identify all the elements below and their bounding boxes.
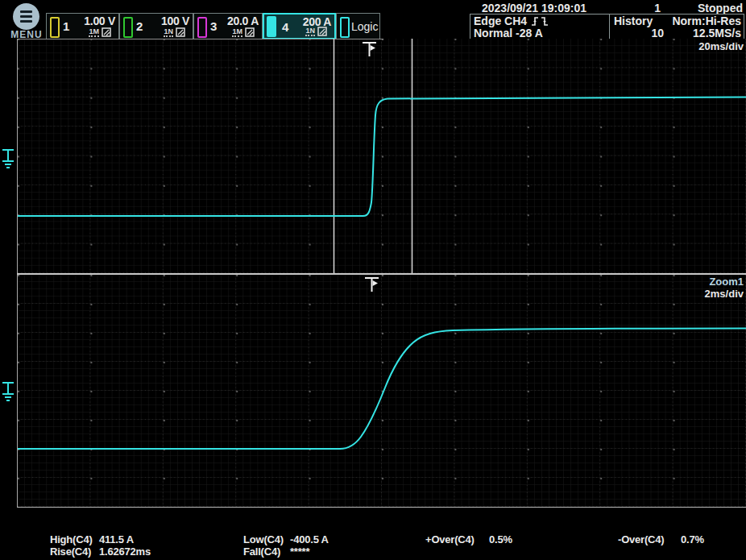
zoom-graticule <box>18 275 746 507</box>
channel-3-number: 3 <box>210 19 217 33</box>
meas-nover-value: 0.7% <box>681 533 704 545</box>
channel-1-box[interactable]: 1 1.00 V 1M <box>46 13 119 39</box>
ch4-ground-marker-icon[interactable] <box>1 147 15 173</box>
history-label[interactable]: History <box>614 15 653 27</box>
channel-3-box[interactable]: 3 20.0 A 1M <box>193 13 263 39</box>
probe-icon <box>245 27 255 37</box>
logic-label: Logic <box>351 20 378 33</box>
trigger-acquisition-box: Edge CH4 Normal -28 A History 10 Norm:Hi… <box>470 14 744 39</box>
trigger-settings[interactable]: Edge CH4 <box>474 15 549 27</box>
main-timebase: 20ms/div <box>698 40 744 52</box>
zoom-waveform-window[interactable] <box>17 275 746 508</box>
channel-3-color-icon <box>197 17 207 38</box>
channel-1-number: 1 <box>63 19 69 33</box>
meas-nover-label: -Over(C4) <box>618 533 664 545</box>
meas-pover-value: 0.5% <box>489 533 512 545</box>
meas-rise-value: 1.62672ms <box>99 545 151 558</box>
probe-icon <box>176 27 185 37</box>
trigger-level[interactable]: Normal -28 A <box>474 27 543 39</box>
probe-icon <box>102 27 111 37</box>
channel-1-color-icon <box>50 17 60 38</box>
meas-pover-label: +Over(C4) <box>425 533 475 545</box>
acquisition-count: 1 <box>654 2 661 15</box>
oscilloscope-screen: MENU 1 1.00 V 1M 2 100 V 1N <box>0 0 746 560</box>
channel-2-color-icon <box>123 17 133 38</box>
logic-color-icon <box>340 17 350 38</box>
zoom-window-label: Zoom1 <box>709 276 744 288</box>
channel-2-number: 2 <box>136 19 143 33</box>
ch4-zoom-ground-marker-icon[interactable] <box>1 380 15 406</box>
channel-4-number: 4 <box>282 20 288 34</box>
zoom-timebase: 2ms/div <box>705 288 744 300</box>
channel-3-scale: 20.0 A <box>227 15 259 27</box>
channel-2-scale: 100 V <box>161 15 189 27</box>
acquisition-mode[interactable]: Norm:Hi-Res <box>672 15 741 27</box>
main-graticule <box>18 39 746 273</box>
run-state[interactable]: Stopped <box>698 2 743 15</box>
datetime: 2023/09/21 19:09:01 <box>482 2 586 15</box>
channel-1-scale: 1.00 V <box>84 15 115 27</box>
sample-rate: 12.5MS/s <box>693 27 741 39</box>
meas-fall-value: ***** <box>290 545 309 558</box>
channel-3-impedance: 1M <box>232 28 242 37</box>
channel-2-box[interactable]: 2 100 V 1N <box>119 13 193 39</box>
channel-1-impedance: 1M <box>89 28 99 37</box>
main-waveform-window[interactable] <box>17 39 746 273</box>
channel-strip: 1 1.00 V 1M 2 100 V 1N <box>46 13 380 39</box>
channel-4-impedance: 1N <box>305 27 315 36</box>
history-value: 10 <box>614 27 664 39</box>
hamburger-icon[interactable] <box>13 3 39 30</box>
channel-4-box[interactable]: 4 200 A 1N <box>263 13 336 39</box>
meas-low-value: -400.5 A <box>290 533 329 545</box>
meas-low-label: Low(C4) <box>243 533 284 545</box>
meas-rise-label: Rise(C4) <box>50 545 91 558</box>
channel-4-color-icon <box>267 16 276 37</box>
edge-both-icon <box>531 16 549 27</box>
probe-icon <box>317 27 327 36</box>
channel-2-impedance: 1N <box>164 28 173 37</box>
menu-button[interactable]: MENU <box>7 2 46 39</box>
meas-high-value: 411.5 A <box>99 533 134 545</box>
logic-box[interactable]: Logic <box>336 13 380 39</box>
meas-high-label: High(C4) <box>50 533 93 545</box>
divider <box>609 15 610 39</box>
meas-fall-label: Fall(C4) <box>243 545 280 558</box>
trigger-type: Edge CH4 <box>474 15 527 27</box>
